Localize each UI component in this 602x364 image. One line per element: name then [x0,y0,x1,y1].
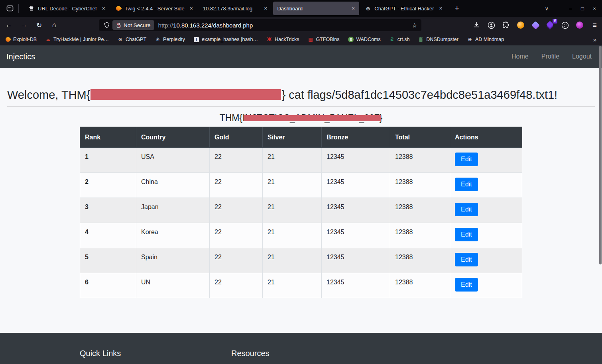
total-cell: 12388 [390,273,450,298]
window-close-button[interactable]: × [588,6,600,12]
tab-close-icon[interactable]: × [101,5,106,12]
downloads-icon[interactable] [472,21,481,29]
bookmark-wadcoms[interactable]: ⊞ WADComs [348,37,380,43]
rank-cell: 6 [80,273,136,298]
tab-url-decode-cyberchef[interactable]: URL Decode - CyberChef × [24,2,110,15]
back-icon[interactable]: ← [4,21,14,29]
bookmark-chatgpt[interactable]: ⊛ ChatGPT [117,37,146,43]
edit-button[interactable]: Edit [455,203,478,216]
leaderboard-body: 1USA22211234512388Edit2China222112345123… [80,148,522,298]
new-tab-button[interactable]: + [451,3,463,14]
country-cell: USA [136,148,210,173]
tab-mail-log[interactable]: 10.82.178.35/mail.log × [199,2,272,15]
redaction-box [90,89,281,100]
bookmarks-bar: Exploit-DB ☁ TryHackMe | Junior Pe… ⊛ Ch… [0,33,602,45]
app-menu-icon[interactable]: ≡ [590,21,599,29]
hashcat-icon: I [193,37,199,43]
address-bar[interactable]: Not Secure http://10.80.163.224/dashboar… [99,19,421,31]
window-minimize-button[interactable]: – [565,6,576,12]
nav-link-profile[interactable]: Profile [541,53,559,60]
actions-cell: Edit [450,273,522,298]
edit-button[interactable]: Edit [455,153,478,166]
gtfobins-icon: ▦ [307,37,313,43]
leaderboard-header-row: RankCountryGoldSilverBronzeTotalActions [80,127,522,148]
tracking-shield-icon[interactable] [104,22,110,28]
url-host: 10.80.163.224 [173,22,211,29]
extensions-puzzle-icon[interactable] [502,21,510,29]
total-cell: 12388 [390,198,450,223]
nav-link-logout[interactable]: Logout [572,53,592,60]
home-icon[interactable]: ⌂ [49,21,59,29]
cyberchef-icon [28,5,35,12]
bronze-cell: 12345 [322,248,390,273]
column-header-actions: Actions [450,127,522,148]
silver-cell: 21 [263,148,322,173]
bookmark-gtfobins[interactable]: ▦ GTFOBins [307,37,339,43]
bookmarks-overflow-icon[interactable]: » [593,36,596,43]
cookie-editor-icon[interactable] [561,21,569,29]
edit-button[interactable]: Edit [455,178,478,191]
exploit-db-icon [115,5,122,12]
tab-close-icon[interactable]: × [189,5,194,12]
url-scheme: http:// [158,22,173,29]
tab-title: URL Decode - CyberChef [38,6,97,12]
edit-button[interactable]: Edit [455,228,478,241]
total-cell: 12388 [390,248,450,273]
country-cell: Korea [136,223,210,248]
bookmark-dnsdumpster[interactable]: DNSDumpster [418,37,458,43]
bronze-cell: 12345 [322,198,390,223]
account-icon[interactable] [487,21,496,29]
rank-cell: 5 [80,248,136,273]
country-cell: China [136,173,210,198]
gold-cell: 22 [210,173,263,198]
footer-quick-links-heading: Quick Links [80,349,231,364]
tab-dashboard[interactable]: Dashboard × [273,2,359,15]
bookmark-tryhackme[interactable]: ☁ TryHackMe | Junior Pe… [45,37,109,43]
silver-cell: 21 [263,273,322,298]
table-row: 5Spain22211234512388Edit [80,248,522,273]
column-header-bronze: Bronze [322,127,390,148]
forward-icon[interactable]: → [19,21,29,29]
extension-hacktools-icon[interactable] [516,21,525,29]
gold-cell: 22 [210,273,263,298]
window-maximize-button[interactable]: □ [576,6,588,12]
tab-twig-exploit[interactable]: Twig < 2.4.4 - Server Side × [111,2,197,15]
divider [7,106,595,107]
list-all-tabs-icon[interactable]: ∨ [541,6,553,12]
tab-close-icon[interactable]: × [438,5,444,12]
bookmark-perplexity[interactable]: ✳ Perplexity [155,37,185,43]
actions-cell: Edit [450,223,522,248]
openai-icon: ⊛ [365,5,371,12]
site-footer: Quick Links Resources [0,333,602,364]
rank-cell: 2 [80,173,136,198]
tab-title: ChatGPT - Ethical Hacker [374,6,434,12]
bookmark-example-hashes[interactable]: I example_hashes [hash… [193,37,258,43]
bookmark-star-icon[interactable]: ☆ [412,22,418,29]
extension-wappalyzer-icon[interactable]: 6 [546,21,555,29]
page-scrollbar[interactable] [599,46,602,264]
foxyproxy-icon[interactable] [575,21,584,29]
tab-chatgpt[interactable]: ⊛ ChatGPT - Ethical Hacker × [361,2,447,15]
bronze-cell: 12345 [322,148,390,173]
actions-cell: Edit [450,198,522,223]
tab-close-icon[interactable]: × [350,5,356,12]
reload-icon[interactable]: ↻ [34,21,44,29]
nav-link-home[interactable]: Home [512,53,529,60]
leaderboard-table: RankCountryGoldSilverBronzeTotalActions … [80,127,522,298]
wadcoms-icon: ⊞ [348,37,354,43]
bookmark-ad-mindmap[interactable]: ⊕ AD Mindmap [467,37,504,43]
gold-cell: 22 [210,198,263,223]
bookmark-hacktricks[interactable]: Ж HackTricks [266,37,299,43]
not-secure-chip[interactable]: Not Secure [112,20,154,30]
bookmark-crtsh[interactable]: Ƨ crt.sh [389,37,410,43]
column-header-total: Total [390,127,450,148]
firefox-view-icon[interactable] [5,3,15,14]
url-path: /dashboard.php [211,22,253,29]
edit-button[interactable]: Edit [455,278,478,292]
edit-button[interactable]: Edit [455,253,478,266]
column-header-country: Country [136,127,210,148]
site-brand[interactable]: Injectics [6,52,35,61]
bookmark-exploit-db[interactable]: Exploit-DB [5,37,37,43]
extension-diamond-icon[interactable] [531,21,540,29]
tab-close-icon[interactable]: × [263,5,268,12]
